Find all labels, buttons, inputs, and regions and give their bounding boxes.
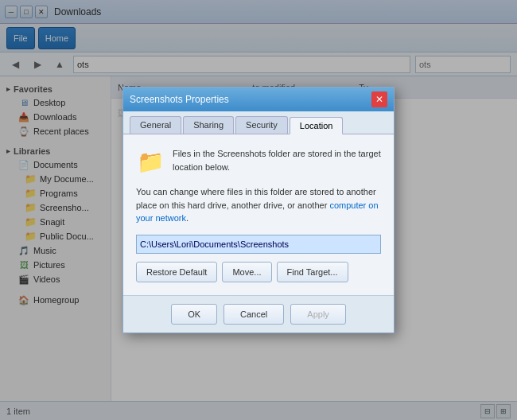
action-buttons: Restore Default Move... Find Target... <box>136 262 381 282</box>
restore-default-button[interactable]: Restore Default <box>136 262 217 282</box>
change-text-content: You can change where files in this folde… <box>136 187 379 223</box>
tab-location[interactable]: Location <box>290 117 344 134</box>
dialog-title-bar: Screenshots Properties ✕ <box>123 88 394 111</box>
ok-button[interactable]: OK <box>171 304 217 325</box>
dialog-title: Screenshots Properties <box>130 94 229 105</box>
apply-button[interactable]: Apply <box>290 304 346 325</box>
cancel-button[interactable]: Cancel <box>224 304 284 325</box>
dialog-footer: OK Cancel Apply <box>123 295 394 332</box>
move-button[interactable]: Move... <box>222 262 271 282</box>
change-description: You can change where files in this folde… <box>136 185 381 225</box>
tab-sharing[interactable]: Sharing <box>183 116 234 134</box>
location-input[interactable] <box>136 235 381 254</box>
folder-big-icon <box>136 147 165 176</box>
info-section: Files in the Screenshots folder are stor… <box>136 147 381 176</box>
properties-dialog: Screenshots Properties ✕ General Sharing… <box>122 87 395 333</box>
find-target-button[interactable]: Find Target... <box>277 262 348 282</box>
dialog-body: Files in the Screenshots folder are stor… <box>123 134 394 295</box>
info-description: Files in the Screenshots folder are stor… <box>173 147 381 173</box>
dialog-tabs: General Sharing Security Location <box>123 111 394 134</box>
dialog-close-button[interactable]: ✕ <box>371 91 387 107</box>
network-link[interactable]: computer on your network <box>136 200 379 224</box>
tab-security[interactable]: Security <box>235 116 288 134</box>
tab-general[interactable]: General <box>130 116 181 134</box>
modal-overlay: Screenshots Properties ✕ General Sharing… <box>0 0 517 420</box>
